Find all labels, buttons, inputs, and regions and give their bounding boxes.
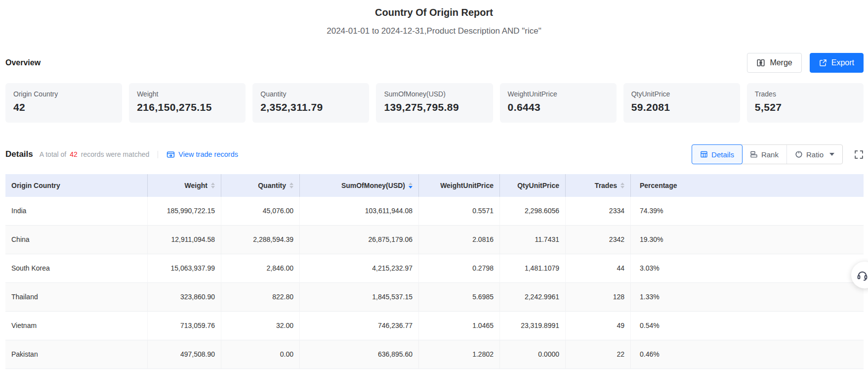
cell-percentage: 3.03% <box>631 254 864 283</box>
overview-card-trades: Trades5,527 <box>747 83 864 123</box>
merge-icon <box>756 58 765 67</box>
tab-ratio[interactable]: Ratio <box>786 145 842 164</box>
cell-percentage: 19.30% <box>631 226 864 254</box>
cell-percentage: 1.33% <box>631 283 864 312</box>
sort-caret-icon <box>211 183 215 188</box>
cell-sumofmoney-usd: 1,845,537.15 <box>300 283 419 312</box>
column-header-quantity[interactable]: Quantity <box>221 174 300 197</box>
column-header-label: Quantity <box>258 182 286 189</box>
column-header-origin-country: Origin Country <box>5 174 148 197</box>
card-label: WeightUnitPrice <box>508 90 609 98</box>
cell-origin-country: Thailand <box>5 283 148 312</box>
fullscreen-icon <box>854 150 864 159</box>
cell-origin-country: Pakistan <box>5 340 148 369</box>
fullscreen-button[interactable] <box>854 150 864 159</box>
match-summary: A total of 42 records were matched <box>40 150 150 158</box>
tab-label: Ratio <box>806 150 824 159</box>
column-header-sumofmoney-usd[interactable]: SumOfMoney(USD) <box>300 174 419 197</box>
sort-caret-icon <box>409 183 413 188</box>
sort-caret-up-icon <box>211 183 215 185</box>
tab-details[interactable]: Details <box>692 144 743 164</box>
table-icon <box>700 150 708 158</box>
cell-qtyunitprice: 1,481.1079 <box>500 254 566 283</box>
table-row: Pakistan497,508.900.00636,895.601.28020.… <box>5 340 864 369</box>
merge-button[interactable]: Merge <box>747 53 801 73</box>
cell-weight: 323,860.90 <box>148 283 221 312</box>
match-count: 42 <box>70 150 78 158</box>
cell-sumofmoney-usd: 746,236.77 <box>300 312 419 340</box>
cell-origin-country: Vietnam <box>5 312 148 340</box>
view-trade-records-label: View trade records <box>178 150 238 158</box>
table-row: China12,911,094.582,288,594.3926,875,179… <box>5 226 864 254</box>
cell-trades: 128 <box>566 283 631 312</box>
cell-qtyunitprice: 23,319.8991 <box>500 312 566 340</box>
details-bar: Details A total of 42 records were match… <box>5 144 864 164</box>
column-header-weight[interactable]: Weight <box>148 174 221 197</box>
cell-quantity: 822.80 <box>221 283 300 312</box>
view-trade-records-link[interactable]: View trade records <box>166 150 238 159</box>
sort-caret-down-icon <box>289 186 293 188</box>
details-controls: DetailsRankRatio <box>692 144 864 164</box>
export-icon <box>819 59 827 67</box>
tab-label: Rank <box>761 150 779 159</box>
sort-caret-icon <box>620 183 624 188</box>
overview-card-weight: Weight216,150,275.15 <box>129 83 246 123</box>
sort-caret-up-icon <box>409 183 413 185</box>
country-of-origin-report-page: Country Of Origin Report 2024-01-01 to 2… <box>0 0 868 369</box>
table-body: India185,990,722.1545,076.00103,611,944.… <box>5 197 864 369</box>
cell-weight: 12,911,094.58 <box>148 226 221 254</box>
headset-icon <box>856 269 868 281</box>
report-filter-summary: 2024-01-01 to 2024-12-31,Product Descrip… <box>0 26 868 36</box>
sort-caret-icon <box>289 183 293 188</box>
match-suffix: records were matched <box>81 150 150 158</box>
overview-card-origin-country: Origin Country42 <box>5 83 122 123</box>
overview-card-qtyunitprice: QtyUnitPrice59.2081 <box>623 83 740 123</box>
column-header-label: Origin Country <box>11 182 60 189</box>
match-prefix: A total of <box>40 150 66 158</box>
export-button[interactable]: Export <box>810 53 864 73</box>
export-button-label: Export <box>831 58 854 67</box>
trade-records-icon <box>166 150 175 159</box>
column-header-label: QtyUnitPrice <box>517 182 559 189</box>
card-value: 2,352,311.79 <box>260 101 361 113</box>
rank-icon <box>750 150 758 158</box>
column-header-label: WeightUnitPrice <box>440 182 494 189</box>
tab-rank[interactable]: Rank <box>742 145 786 164</box>
divider <box>158 151 158 158</box>
card-label: Origin Country <box>13 90 114 98</box>
card-label: Trades <box>755 90 856 98</box>
cell-qtyunitprice: 11.7431 <box>500 226 566 254</box>
merge-button-label: Merge <box>770 58 792 67</box>
cell-percentage: 0.46% <box>631 340 864 369</box>
cell-trades: 44 <box>566 254 631 283</box>
column-header-label: Weight <box>185 182 207 189</box>
card-label: Quantity <box>260 90 361 98</box>
cell-quantity: 0.00 <box>221 340 300 369</box>
column-header-label: Trades <box>595 182 617 189</box>
card-label: SumOfMoney(USD) <box>384 90 485 98</box>
table-row: Thailand323,860.90822.801,845,537.155.69… <box>5 283 864 312</box>
cell-sumofmoney-usd: 4,215,232.97 <box>300 254 419 283</box>
card-value: 42 <box>13 101 114 113</box>
card-value: 59.2081 <box>631 101 732 113</box>
cell-weight: 713,059.76 <box>148 312 221 340</box>
sort-caret-up-icon <box>289 183 293 185</box>
table-row: South Korea15,063,937.992,846.004,215,23… <box>5 254 864 283</box>
overview-card-quantity: Quantity2,352,311.79 <box>252 83 369 123</box>
tab-label: Details <box>711 150 734 159</box>
cell-quantity: 45,076.00 <box>221 197 300 226</box>
column-header-trades[interactable]: Trades <box>566 174 631 197</box>
cell-sumofmoney-usd: 636,895.60 <box>300 340 419 369</box>
card-label: QtyUnitPrice <box>631 90 732 98</box>
cell-weightunitprice: 0.5571 <box>419 197 500 226</box>
cell-qtyunitprice: 0.0000 <box>500 340 566 369</box>
cell-weight: 15,063,937.99 <box>148 254 221 283</box>
table-row: India185,990,722.1545,076.00103,611,944.… <box>5 197 864 226</box>
column-header-percentage: Percentage <box>631 174 864 197</box>
overview-bar: Overview Merge <box>5 53 864 73</box>
cell-weightunitprice: 0.2798 <box>419 254 500 283</box>
cell-quantity: 2,846.00 <box>221 254 300 283</box>
card-value: 139,275,795.89 <box>384 101 485 113</box>
cell-quantity: 2,288,594.39 <box>221 226 300 254</box>
page-title: Country Of Origin Report <box>0 0 868 19</box>
